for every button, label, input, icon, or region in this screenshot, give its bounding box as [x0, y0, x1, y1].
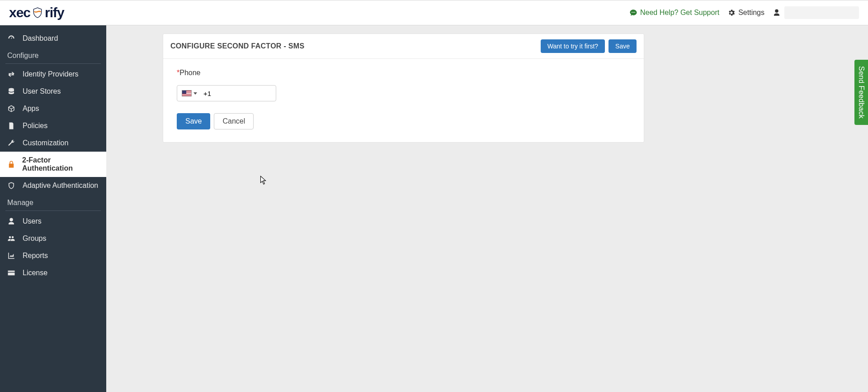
phone-label: *Phone — [177, 69, 630, 77]
dashboard-icon — [7, 34, 16, 43]
svg-point-0 — [632, 12, 632, 13]
user-icon — [773, 9, 781, 17]
support-label: Need Help? Get Support — [640, 9, 719, 17]
flag-us-icon — [182, 90, 192, 96]
logo[interactable]: xec rify — [9, 5, 64, 20]
sidebar-item-dashboard[interactable]: Dashboard — [0, 30, 106, 47]
card-icon — [7, 269, 16, 277]
exchange-icon — [7, 70, 16, 78]
header-right: Need Help? Get Support Settings — [629, 6, 859, 19]
sidebar-item-groups[interactable]: Groups — [0, 230, 106, 247]
sidebar-divider — [5, 63, 101, 64]
phone-row — [177, 85, 630, 101]
wrench-icon — [7, 139, 16, 147]
panel-header: CONFIGURE SECOND FACTOR - SMS Want to tr… — [163, 34, 644, 59]
panel-body: *Phone Save Cancel — [163, 59, 644, 142]
sidebar-item-label: Users — [23, 217, 42, 225]
logo-text-1: xec — [9, 5, 30, 20]
sidebar-item-label: Policies — [23, 122, 47, 130]
phone-label-text: Phone — [179, 69, 200, 76]
sidebar-item-users[interactable]: Users — [0, 213, 106, 230]
sidebar-section-configure: Configure — [0, 47, 106, 62]
svg-point-2 — [634, 12, 635, 13]
logo-text-2: rify — [45, 5, 64, 20]
phone-input-group — [177, 85, 276, 101]
sidebar-divider — [5, 210, 101, 211]
shield-icon — [32, 7, 43, 19]
sidebar-section-manage: Manage — [0, 194, 106, 210]
cube-icon — [7, 105, 16, 113]
sidebar-item-license[interactable]: License — [0, 264, 106, 282]
country-select[interactable] — [177, 90, 201, 96]
svg-point-1 — [633, 12, 634, 13]
sidebar-item-reports[interactable]: Reports — [0, 247, 106, 264]
save-top-button[interactable]: Save — [609, 39, 637, 53]
sidebar-item-label: Dashboard — [23, 34, 58, 43]
gear-icon — [727, 9, 736, 17]
document-icon — [7, 122, 16, 130]
send-feedback-tab[interactable]: Send Feedback — [854, 60, 868, 125]
phone-input[interactable] — [201, 90, 292, 97]
try-first-button[interactable]: Want to try it first? — [541, 39, 605, 53]
sidebar-item-apps[interactable]: Apps — [0, 100, 106, 117]
sidebar-item-label: License — [23, 269, 47, 277]
lock-icon — [7, 160, 16, 168]
panel-title: CONFIGURE SECOND FACTOR - SMS — [170, 42, 304, 50]
sidebar-item-label: Identity Providers — [23, 70, 79, 78]
sidebar-item-user-stores[interactable]: User Stores — [0, 83, 106, 100]
sidebar-item-label: Adaptive Authentication — [23, 182, 98, 190]
sidebar-item-adaptive-auth[interactable]: Adaptive Authentication — [0, 177, 106, 194]
main: CONFIGURE SECOND FACTOR - SMS Want to tr… — [106, 25, 868, 392]
svg-point-3 — [9, 88, 14, 91]
sidebar-item-label: Groups — [23, 234, 46, 243]
chevron-down-icon — [193, 92, 197, 95]
sidebar-item-label: User Stores — [23, 87, 61, 96]
panel-actions: Want to try it first? Save — [541, 39, 637, 53]
sidebar-item-policies[interactable]: Policies — [0, 117, 106, 134]
user-icon — [7, 217, 16, 225]
form-actions: Save Cancel — [177, 113, 630, 129]
support-link[interactable]: Need Help? Get Support — [629, 9, 719, 17]
header: xec rify Need Help? Get Support Settings — [0, 0, 868, 25]
sidebar-item-label: 2-Factor Authentication — [22, 156, 99, 172]
user-menu[interactable] — [773, 6, 859, 19]
chart-icon — [7, 252, 16, 260]
sidebar-item-customization[interactable]: Customization — [0, 134, 106, 152]
settings-label: Settings — [738, 9, 764, 17]
settings-link[interactable]: Settings — [727, 9, 764, 17]
user-name-placeholder — [784, 6, 859, 19]
cancel-button[interactable]: Cancel — [214, 113, 254, 129]
users-icon — [7, 234, 16, 243]
config-panel: CONFIGURE SECOND FACTOR - SMS Want to tr… — [163, 33, 644, 143]
sidebar: Dashboard Configure Identity Providers U… — [0, 25, 106, 392]
sidebar-item-identity-providers[interactable]: Identity Providers — [0, 66, 106, 83]
save-button[interactable]: Save — [177, 113, 210, 129]
shield-outline-icon — [7, 182, 16, 190]
sidebar-item-label: Customization — [23, 139, 68, 147]
sidebar-item-label: Reports — [23, 252, 48, 260]
sidebar-item-2fa[interactable]: 2-Factor Authentication — [0, 152, 106, 177]
chat-icon — [629, 9, 637, 17]
database-icon — [7, 87, 16, 96]
sidebar-item-label: Apps — [23, 105, 39, 113]
